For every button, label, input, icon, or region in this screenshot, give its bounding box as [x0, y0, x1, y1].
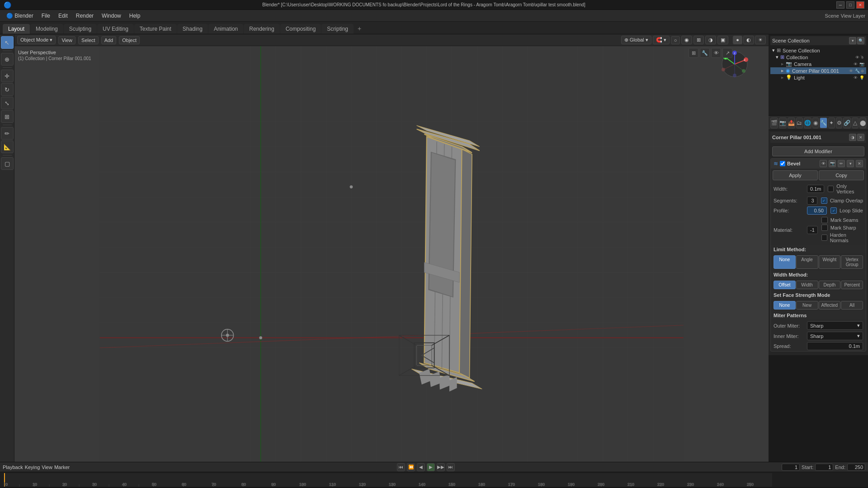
render-props-icon[interactable]: 📷 — [779, 117, 787, 128]
viewport[interactable]: Object Mode ▾ View Select Add Object ⊕ G… — [14, 34, 769, 462]
jump-end-btn[interactable]: ⏭ — [447, 463, 455, 471]
show-gizmo[interactable]: ⊞ — [693, 36, 704, 44]
mark-sharp-checkbox[interactable] — [821, 225, 828, 231]
view-menu[interactable]: View — [58, 36, 75, 44]
viewport-icon-3[interactable]: 👁 — [711, 48, 721, 58]
move-tool-button[interactable]: ✛ — [1, 70, 14, 82]
outliner-light[interactable]: ▸ 💡 Light 👁 💡 — [770, 74, 866, 81]
tab-rendering[interactable]: Rendering — [244, 24, 279, 34]
limit-angle-btn[interactable]: Angle — [796, 255, 818, 269]
apply-button[interactable]: Apply — [773, 170, 818, 180]
face-new-btn[interactable]: New — [796, 301, 818, 310]
scale-tool-button[interactable]: ⤡ — [1, 97, 14, 109]
minimize-button[interactable]: ─ — [836, 1, 844, 9]
tab-animation[interactable]: Animation — [208, 24, 243, 34]
transform-tool-button[interactable]: ⊞ — [1, 110, 14, 123]
outliner-scene-collection[interactable]: ▾ ⊞ Scene Collection — [770, 47, 866, 54]
clamp-overlap-checkbox[interactable]: ✓ — [821, 197, 827, 204]
tab-modeling[interactable]: Modeling — [30, 24, 63, 34]
modifier-realtime-btn[interactable]: 👁 — [820, 160, 827, 167]
width-percent-btn[interactable]: Percent — [841, 281, 863, 289]
tab-texture-paint[interactable]: Texture Paint — [134, 24, 177, 34]
material-preview[interactable]: ◐ — [743, 36, 754, 44]
material-props-icon[interactable]: ⬤ — [859, 117, 866, 128]
menu-help[interactable]: Help — [126, 12, 144, 20]
segments-field[interactable]: 3 — [807, 197, 817, 205]
close-button[interactable]: ✕ — [856, 1, 864, 9]
menu-edit[interactable]: Edit — [55, 12, 71, 20]
face-all-btn[interactable]: All — [841, 301, 863, 310]
tab-compositing[interactable]: Compositing — [280, 24, 321, 34]
face-affected-btn[interactable]: Affected — [819, 301, 841, 310]
mark-seams-checkbox[interactable] — [821, 217, 828, 223]
end-frame-field[interactable]: 250 — [847, 464, 865, 471]
modifier-props-icon active[interactable]: 🔧 — [820, 117, 827, 128]
annotate-tool-button[interactable]: ✏ — [1, 127, 14, 140]
menu-file[interactable]: File — [38, 12, 54, 20]
play-btn[interactable]: ▶ — [427, 463, 435, 471]
tab-shading[interactable]: Shading — [177, 24, 208, 34]
select-tool-button[interactable]: ↖ — [1, 36, 14, 49]
jump-prev-btn[interactable]: ⏪ — [407, 463, 415, 471]
particles-icon[interactable]: ✦ — [828, 117, 835, 128]
viewport-icon-1[interactable]: ⊞ — [689, 48, 698, 58]
outliner-camera[interactable]: ▸ 📷 Camera 👁 📷 — [770, 61, 866, 67]
step-forward-btn[interactable]: ▶▶ — [437, 463, 445, 471]
data-props-icon[interactable]: △ — [852, 117, 859, 128]
inner-miter-dropdown[interactable]: Sharp ▾ — [807, 332, 863, 340]
limit-vertex-group-btn[interactable]: Vertex Group — [841, 255, 863, 269]
global-transform-dropdown[interactable]: ⊕ Global ▾ — [621, 36, 651, 44]
step-back-btn[interactable]: ◀ — [417, 463, 425, 471]
transform-pivot[interactable]: ◉ — [681, 36, 692, 44]
add-cube-button[interactable]: ▢ — [1, 157, 14, 170]
solid-shading[interactable]: ● — [733, 36, 742, 44]
view-menu-timeline[interactable]: View — [42, 465, 52, 470]
modifier-editmode-btn[interactable]: ✏ — [838, 160, 845, 167]
xray-toggle[interactable]: ▣ — [717, 36, 728, 44]
loop-slide-checkbox[interactable]: ✓ — [830, 207, 837, 214]
playback-menu[interactable]: Playback — [3, 465, 23, 470]
object-mode-dropdown[interactable]: Object Mode ▾ — [17, 36, 56, 44]
view-layer-props-icon[interactable]: 🗂 — [796, 117, 803, 128]
tab-layout[interactable]: Layout — [3, 24, 30, 34]
viewport-canvas[interactable]: User Perspective (1) Collection | Corner… — [14, 46, 769, 462]
only-vertices-checkbox[interactable] — [828, 186, 834, 192]
cursor-tool-button[interactable]: ⊕ — [1, 53, 14, 66]
width-field[interactable]: 0.1m — [807, 185, 824, 193]
snap-dropdown[interactable]: 🧲 ▾ — [653, 36, 670, 44]
add-menu[interactable]: Add — [101, 36, 117, 44]
outliner-collection[interactable]: ▾ ⊞ Collection 👁 🖱 — [770, 54, 866, 61]
current-frame-field[interactable]: 1 — [782, 464, 800, 471]
select-menu[interactable]: Select — [78, 36, 99, 44]
spread-field[interactable]: 0.1m — [807, 342, 863, 350]
limit-weight-btn[interactable]: Weight — [819, 255, 841, 269]
profile-field[interactable]: 0.50 — [807, 206, 827, 215]
props-close[interactable]: ✕ — [857, 134, 864, 141]
timeline-ruler[interactable]: 0 10 20 30 40 50 60 70 80 90 100 110 120… — [0, 472, 868, 488]
constraints-icon[interactable]: 🔗 — [843, 117, 851, 128]
rendered-preview[interactable]: ☀ — [755, 36, 766, 44]
outliner-corner-pillar[interactable]: ▸ ◉ Corner Pillar 001.001 👁 🔧 ⊕ — [770, 67, 866, 74]
measure-tool-button[interactable]: 📐 — [1, 141, 14, 153]
scene-props-icon[interactable]: 🎬 — [770, 117, 778, 128]
tab-sculpting[interactable]: Sculpting — [64, 24, 97, 34]
object-props-icon[interactable]: ◉ — [812, 117, 819, 128]
copy-button[interactable]: Copy — [819, 170, 864, 180]
menu-window[interactable]: Window — [98, 12, 125, 20]
outer-miter-dropdown[interactable]: Sharp ▾ — [807, 321, 863, 330]
jump-start-btn[interactable]: ⏮ — [397, 463, 405, 471]
modifier-render-btn[interactable]: 📷 — [829, 160, 836, 167]
object-menu[interactable]: Object — [119, 36, 140, 44]
proportional-edit[interactable]: ○ — [671, 36, 680, 44]
add-modifier-button[interactable]: Add Modifier — [772, 146, 864, 156]
rotate-tool-button[interactable]: ↻ — [1, 83, 14, 96]
menu-blender[interactable]: 🔵 Blender — [3, 12, 37, 20]
overlay-toggle[interactable]: ◑ — [705, 36, 716, 44]
keying-menu[interactable]: Keying — [25, 465, 40, 470]
output-props-icon[interactable]: 📤 — [788, 117, 795, 128]
props-expand[interactable]: ◑ — [849, 134, 856, 141]
start-frame-field[interactable]: 1 — [815, 464, 833, 471]
modifier-menu-btn[interactable]: ▾ — [847, 160, 854, 167]
modifier-close-btn[interactable]: ✕ — [856, 160, 863, 167]
face-none-btn[interactable]: None — [774, 301, 796, 310]
